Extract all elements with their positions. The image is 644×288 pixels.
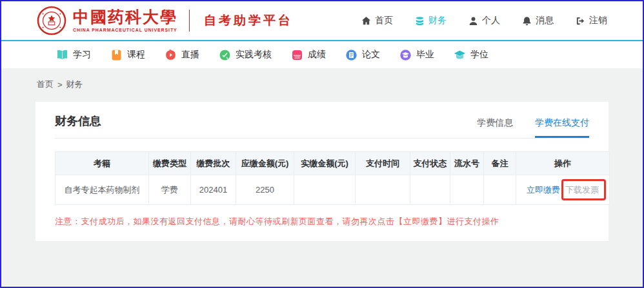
nav-label: 个人 [482, 15, 500, 26]
subnav-label: 论文 [362, 49, 380, 61]
payment-table: 考籍 缴费类型 缴费批次 应缴金额(元) 实缴金额(元) 支付时间 支付状态 流… [55, 151, 610, 205]
table-header-row: 考籍 缴费类型 缴费批次 应缴金额(元) 实缴金额(元) 支付时间 支付状态 流… [55, 152, 610, 175]
nav-label: 首页 [375, 15, 393, 26]
live-icon [165, 49, 177, 61]
breadcrumb-home[interactable]: 首页 [37, 79, 54, 90]
col-header-remark: 备注 [484, 152, 516, 175]
logo-divider [189, 10, 190, 32]
person-icon [468, 16, 478, 26]
pay-now-link[interactable]: 立即缴费 [527, 185, 560, 195]
svg-text:100: 100 [294, 55, 300, 59]
practice-icon [219, 49, 231, 61]
cell-amount-paid [294, 175, 356, 205]
university-logo: 中國药科大學 CHINA PHARMACEUTICAL UNIVERSITY 自… [37, 6, 293, 35]
subnav-label: 直播 [181, 49, 199, 61]
university-name-cn: 中國药科大學 [73, 9, 177, 25]
tab-online-payment[interactable]: 学费在线支付 [535, 117, 589, 138]
finance-info-card: 财务信息 学费信息 学费在线支付 考籍 缴费类型 缴费批次 [35, 102, 609, 241]
nav-label: 注销 [589, 15, 607, 26]
subnav-item-live[interactable]: 直播 [165, 49, 199, 61]
graduation-icon [399, 49, 412, 61]
payment-note: 注意：支付成功后，如果没有返回支付信息，请耐心等待或刷新页面查看，请勿再次点击【… [55, 216, 589, 227]
subnav-item-thesis[interactable]: 论文 [345, 49, 380, 61]
subnav-item-study[interactable]: 学习 [56, 49, 91, 61]
subnav-item-scores[interactable]: 100 成绩 [291, 49, 326, 61]
nav-item-logout[interactable]: 注销 [576, 15, 607, 26]
bell-icon [522, 16, 532, 26]
cell-serial [450, 175, 484, 205]
study-icon [56, 49, 68, 61]
col-header-batch: 缴费批次 [191, 152, 236, 175]
subnav-label: 成绩 [308, 49, 326, 61]
cell-batch: 202401 [191, 175, 236, 205]
cell-actions: 立即缴费下载发票 [516, 175, 610, 205]
col-header-pay-status: 支付状态 [410, 152, 450, 175]
university-seal-icon [37, 6, 66, 35]
cell-pay-type: 学费 [149, 175, 191, 205]
browser-page: 中國药科大學 CHINA PHARMACEUTICAL UNIVERSITY 自… [0, 0, 644, 288]
course-icon [110, 49, 123, 61]
subnav-label: 课程 [127, 49, 145, 61]
header: 中國药科大學 CHINA PHARMACEUTICAL UNIVERSITY 自… [1, 1, 643, 40]
breadcrumb: 首页 > 财务 [1, 68, 643, 90]
subnav-label: 学位 [470, 49, 488, 61]
module-nav: 学习 课程 直播 实践考核 100 成绩 论文 毕业 学位 [1, 41, 643, 68]
col-header-serial: 流水号 [450, 152, 484, 175]
breadcrumb-separator: > [57, 80, 63, 90]
subnav-item-practice[interactable]: 实践考核 [219, 49, 272, 61]
cell-amount-due: 2250 [236, 175, 294, 205]
subnav-item-courses[interactable]: 课程 [110, 49, 145, 61]
nav-item-home[interactable]: 首页 [361, 15, 393, 26]
subnav-item-degree[interactable]: 学位 [454, 49, 488, 61]
card-header: 财务信息 学费信息 学费在线支付 [55, 113, 589, 139]
nav-label: 消息 [536, 15, 554, 26]
university-name-en: CHINA PHARMACEUTICAL UNIVERSITY [73, 28, 177, 32]
logout-icon [576, 16, 585, 26]
subnav-label: 学习 [73, 49, 91, 61]
platform-name: 自考助学平台 [204, 12, 293, 29]
cell-pay-time [356, 175, 410, 205]
col-header-amount-due: 应缴金额(元) [236, 152, 294, 175]
annotation-highlight-box [561, 179, 606, 200]
tab-tuition-info[interactable]: 学费信息 [477, 117, 513, 138]
subnav-label: 毕业 [416, 49, 434, 61]
finance-icon [415, 16, 425, 26]
table-row: 自考专起本药物制剂 学费 202401 2250 立即缴费下载发票 [55, 175, 610, 205]
nav-item-profile[interactable]: 个人 [468, 15, 500, 26]
col-header-actions: 操作 [516, 152, 610, 175]
nav-item-messages[interactable]: 消息 [522, 15, 554, 26]
col-header-pay-time: 支付时间 [356, 152, 410, 175]
cell-remark [484, 175, 516, 205]
cell-pay-status [410, 175, 450, 205]
col-header-kaoji: 考籍 [55, 152, 149, 175]
tabs: 学费信息 学费在线支付 [477, 117, 589, 138]
breadcrumb-current: 财务 [66, 79, 83, 90]
logo-text: 中國药科大學 CHINA PHARMACEUTICAL UNIVERSITY [73, 9, 177, 32]
home-icon [361, 16, 371, 26]
subnav-label: 实践考核 [236, 49, 272, 61]
nav-label: 财务 [428, 15, 447, 26]
download-invoice-link[interactable]: 下载发票 [565, 185, 599, 195]
degree-icon [454, 49, 466, 61]
content-area: 首页 > 财务 财务信息 学费信息 学费在线支付 考 [1, 68, 643, 288]
top-nav: 首页 财务 个人 消息 注销 [361, 15, 607, 26]
score-icon: 100 [291, 49, 303, 61]
thesis-icon [345, 49, 357, 61]
nav-item-finance[interactable]: 财务 [415, 15, 447, 26]
col-header-pay-type: 缴费类型 [149, 152, 191, 175]
col-header-amount-paid: 实缴金额(元) [294, 152, 356, 175]
cell-kaoji: 自考专起本药物制剂 [55, 175, 149, 205]
subnav-item-graduation[interactable]: 毕业 [399, 49, 434, 61]
page-title: 财务信息 [55, 113, 101, 138]
